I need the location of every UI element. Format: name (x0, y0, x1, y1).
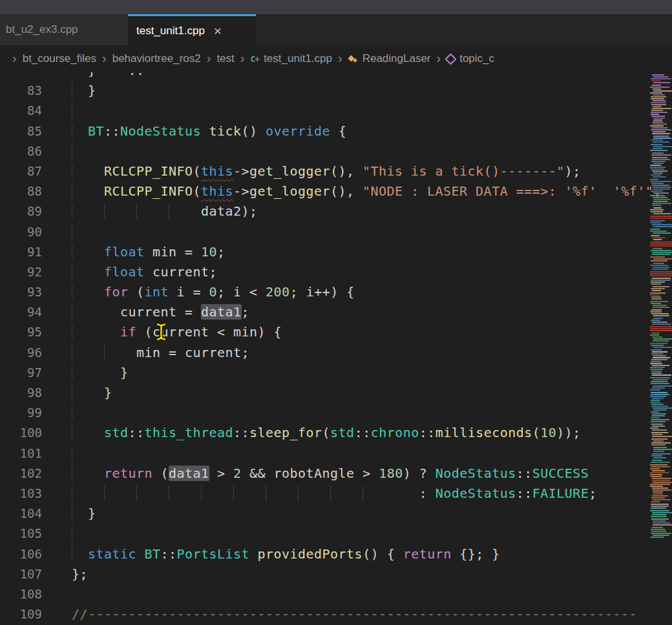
tab-bar: bt_u2_ex3.cpp test_unit1.cpp × (0, 14, 672, 45)
code-line[interactable]: 87 RCLCPP_INFO(this->get_logger(), "This… (0, 161, 672, 181)
line-number: 101 (0, 444, 42, 464)
code-line[interactable]: 94 current = data1; (0, 302, 672, 322)
line-number: 94 (0, 302, 42, 322)
minimap-segment (650, 220, 672, 227)
indent-guide (266, 486, 298, 501)
line-number: 86 (0, 141, 42, 161)
breadcrumb-item-bt-course-files[interactable]: bt_course_files (23, 52, 96, 65)
indent-guide (72, 103, 80, 118)
code-line[interactable]: 85 BT::NodeStatus tick() override { (0, 121, 672, 141)
minimap-segment (650, 464, 672, 502)
method-icon (445, 53, 456, 65)
minimap-segment (650, 286, 672, 291)
indent-guide (72, 123, 88, 139)
code-line[interactable]: 88 RCLCPP_INFO(this->get_logger(), "NODE… (0, 181, 672, 201)
code-line[interactable]: 106 static BT::PortsList providedPorts()… (0, 544, 672, 564)
breadcrumb: ›bt_course_files›behaviortree_ros2›test›… (0, 45, 672, 72)
code-line[interactable]: 100 std::this_thread::sleep_for(std::chr… (0, 423, 672, 443)
tab-label: test_unit1.cpp (136, 25, 205, 37)
code-line[interactable]: 101 (0, 444, 672, 464)
code-line[interactable]: } .. (0, 72, 672, 81)
code-line[interactable]: 99 (0, 403, 672, 423)
tab-test-unit1-cpp[interactable]: test_unit1.cpp × (128, 14, 256, 45)
line-number: 90 (0, 222, 42, 242)
code-line[interactable]: 92 float current; (0, 262, 672, 282)
line-number: 95 (0, 322, 42, 342)
minimap-segment (650, 510, 672, 517)
close-icon[interactable]: × (214, 24, 222, 37)
code-text: for (int i = 0; i < 200; i++) { (72, 282, 355, 302)
code-line[interactable]: 83 } (0, 81, 672, 101)
breadcrumb-item-test[interactable]: test (216, 52, 234, 65)
code-text: BT::NodeStatus tick() override { (72, 121, 346, 141)
indent-guide (72, 83, 88, 98)
line-number: 104 (0, 504, 42, 524)
code-text: } (72, 81, 96, 101)
code-line[interactable]: 96 min = current; (0, 343, 672, 363)
code-line[interactable]: 84 (0, 101, 672, 121)
code-line[interactable]: 109//-----------------------------------… (0, 604, 672, 624)
minimap-segment (650, 207, 672, 214)
line-number: 97 (0, 363, 42, 383)
breadcrumb-item-topic-c[interactable]: topic_c (446, 52, 494, 65)
indent-guide (169, 203, 201, 219)
minimap-segment (650, 241, 672, 247)
tab-bt-u2-ex3-cpp[interactable]: bt_u2_ex3.cpp (0, 14, 128, 45)
breadcrumb-item-readinglaser[interactable]: ReadingLaser (348, 52, 431, 65)
code-line[interactable]: 89 data2); (0, 201, 672, 221)
cpp-file-icon: C+ (250, 54, 259, 64)
code-line[interactable]: 107}; (0, 564, 672, 584)
indent-guide (233, 486, 266, 501)
code-text: }; (72, 564, 88, 584)
code-line[interactable]: 91 float min = 10; (0, 242, 672, 262)
minimap-segment (650, 333, 672, 342)
minimap-segment (650, 301, 672, 308)
indent-guide (72, 304, 104, 320)
code-line[interactable]: 103 : NodeStatus::FAILURE; (0, 484, 672, 504)
indent-guide (72, 466, 104, 481)
minimap-segment (650, 318, 672, 325)
code-line[interactable]: 86 (0, 141, 672, 161)
indent-guide (136, 486, 169, 501)
indent-guide (72, 365, 104, 380)
code-line[interactable]: 108 (0, 584, 672, 604)
indent-guide (362, 486, 395, 501)
code-line[interactable]: 93 for (int i = 0; i < 200; i++) { (0, 282, 672, 302)
indent-guide (72, 385, 104, 400)
chevron-right-icon: › (240, 51, 245, 66)
breadcrumb-label: topic_c (459, 52, 494, 65)
breadcrumb-item-behaviortree-ros2[interactable]: behaviortree_ros2 (112, 52, 201, 65)
line-number: 92 (0, 262, 42, 282)
breadcrumb-item-test-unit1-cpp[interactable]: C+test_unit1.cpp (250, 52, 332, 65)
code-line[interactable]: 90 (0, 222, 672, 242)
code-text (72, 141, 80, 161)
code-line[interactable]: 104 } (0, 504, 672, 524)
minimap[interactable] (650, 72, 672, 625)
indent-guide (72, 486, 104, 501)
minimap-segment (650, 144, 672, 151)
code-line[interactable]: 105 (0, 524, 672, 544)
line-number: 87 (0, 161, 42, 181)
indent-guide (72, 143, 80, 159)
code-text: RCLCPP_INFO(this->get_logger(), "NODE : … (72, 181, 662, 201)
indent-guide (104, 486, 136, 501)
breadcrumb-label: test (216, 52, 234, 65)
code-text: static BT::PortsList providedPorts() { r… (72, 544, 500, 564)
indent-guide (72, 264, 104, 280)
line-number: 100 (0, 423, 42, 443)
minimap-segment (650, 432, 672, 437)
code-line[interactable]: 97 } (0, 363, 672, 383)
code-editor[interactable]: } ..83 }84 85 BT::NodeStatus tick() over… (0, 72, 672, 625)
minimap-segment (650, 271, 672, 276)
line-number: 84 (0, 101, 42, 121)
line-number: 91 (0, 242, 42, 262)
code-line[interactable]: 102 return (data1 > 2 && robotAngle > 18… (0, 464, 672, 484)
minimap-segment (650, 85, 672, 134)
word-highlight: data1 (201, 304, 242, 320)
line-number: 105 (0, 524, 42, 544)
minimap-segment (650, 278, 672, 285)
minimap-segment (650, 74, 672, 83)
code-line[interactable]: 95 if (current < min) { (0, 322, 672, 342)
line-number: 98 (0, 383, 42, 403)
code-line[interactable]: 98 } (0, 383, 672, 403)
